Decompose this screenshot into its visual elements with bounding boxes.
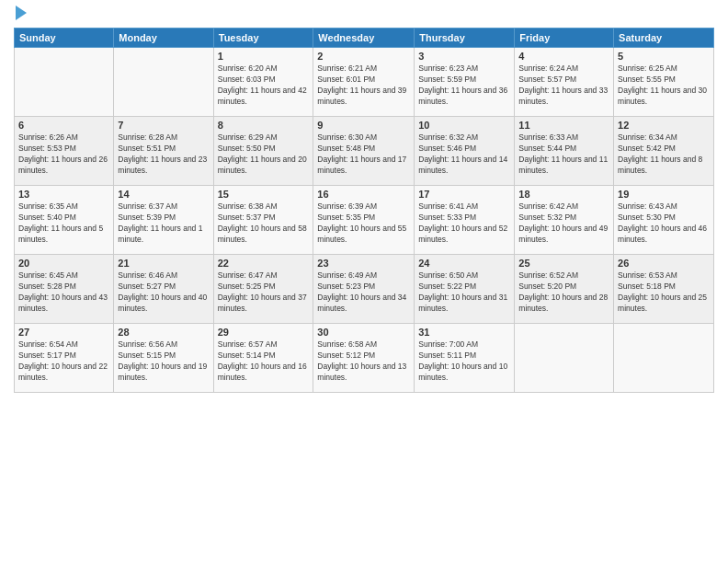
day-cell: 22Sunrise: 6:47 AMSunset: 5:25 PMDayligh…	[213, 255, 313, 324]
day-number: 14	[118, 189, 209, 200]
day-number: 22	[218, 258, 310, 269]
day-info: Sunrise: 6:56 AMSunset: 5:15 PMDaylight:…	[118, 339, 209, 384]
weekday-header-tuesday: Tuesday	[213, 29, 313, 48]
day-info: Sunrise: 6:33 AMSunset: 5:44 PMDaylight:…	[518, 132, 609, 177]
logo-arrow-icon	[16, 6, 27, 20]
day-info: Sunrise: 6:57 AMSunset: 5:14 PMDaylight:…	[218, 339, 310, 384]
day-number: 11	[518, 120, 609, 131]
weekday-header-row: SundayMondayTuesdayWednesdayThursdayFrid…	[15, 29, 714, 48]
day-number: 15	[218, 189, 310, 200]
day-number: 17	[418, 189, 510, 200]
weekday-header-friday: Friday	[515, 29, 614, 48]
day-number: 16	[317, 189, 410, 200]
day-info: Sunrise: 6:35 AMSunset: 5:40 PMDaylight:…	[18, 201, 109, 246]
day-info: Sunrise: 6:52 AMSunset: 5:20 PMDaylight:…	[518, 270, 609, 315]
day-cell: 6Sunrise: 6:26 AMSunset: 5:53 PMDaylight…	[15, 117, 114, 186]
day-info: Sunrise: 6:42 AMSunset: 5:32 PMDaylight:…	[518, 201, 609, 246]
day-cell	[114, 48, 213, 117]
day-info: Sunrise: 6:50 AMSunset: 5:22 PMDaylight:…	[418, 270, 510, 315]
day-cell	[515, 324, 614, 393]
day-info: Sunrise: 6:29 AMSunset: 5:50 PMDaylight:…	[218, 132, 310, 177]
day-info: Sunrise: 6:43 AMSunset: 5:30 PMDaylight:…	[618, 201, 710, 246]
day-number: 7	[118, 120, 209, 131]
day-number: 5	[618, 51, 710, 62]
calendar-container: SundayMondayTuesdayWednesdayThursdayFrid…	[0, 0, 728, 563]
day-cell: 27Sunrise: 6:54 AMSunset: 5:17 PMDayligh…	[15, 324, 114, 393]
day-info: Sunrise: 6:34 AMSunset: 5:42 PMDaylight:…	[618, 132, 710, 177]
day-number: 12	[618, 120, 710, 131]
week-row-1: 1Sunrise: 6:20 AMSunset: 6:03 PMDaylight…	[15, 48, 714, 117]
week-row-4: 20Sunrise: 6:45 AMSunset: 5:28 PMDayligh…	[15, 255, 714, 324]
week-row-3: 13Sunrise: 6:35 AMSunset: 5:40 PMDayligh…	[15, 186, 714, 255]
day-cell: 18Sunrise: 6:42 AMSunset: 5:32 PMDayligh…	[515, 186, 614, 255]
day-cell: 26Sunrise: 6:53 AMSunset: 5:18 PMDayligh…	[614, 255, 714, 324]
day-info: Sunrise: 6:25 AMSunset: 5:55 PMDaylight:…	[618, 63, 710, 108]
day-cell: 15Sunrise: 6:38 AMSunset: 5:37 PMDayligh…	[213, 186, 313, 255]
day-number: 4	[518, 51, 609, 62]
day-info: Sunrise: 6:54 AMSunset: 5:17 PMDaylight:…	[18, 339, 109, 384]
day-number: 30	[317, 327, 410, 338]
day-cell: 23Sunrise: 6:49 AMSunset: 5:23 PMDayligh…	[313, 255, 415, 324]
day-info: Sunrise: 6:38 AMSunset: 5:37 PMDaylight:…	[218, 201, 310, 246]
day-number: 31	[418, 327, 510, 338]
weekday-header-thursday: Thursday	[415, 29, 515, 48]
day-number: 26	[618, 258, 710, 269]
day-cell: 9Sunrise: 6:30 AMSunset: 5:48 PMDaylight…	[313, 117, 415, 186]
day-cell: 30Sunrise: 6:58 AMSunset: 5:12 PMDayligh…	[313, 324, 415, 393]
day-info: Sunrise: 6:46 AMSunset: 5:27 PMDaylight:…	[118, 270, 209, 315]
day-info: Sunrise: 6:58 AMSunset: 5:12 PMDaylight:…	[317, 339, 410, 384]
day-number: 2	[317, 51, 410, 62]
calendar-thead: SundayMondayTuesdayWednesdayThursdayFrid…	[15, 29, 714, 48]
weekday-header-sunday: Sunday	[15, 29, 114, 48]
day-info: Sunrise: 6:21 AMSunset: 6:01 PMDaylight:…	[317, 63, 410, 108]
day-number: 6	[18, 120, 109, 131]
day-info: Sunrise: 6:39 AMSunset: 5:35 PMDaylight:…	[317, 201, 410, 246]
day-number: 19	[618, 189, 710, 200]
day-cell: 3Sunrise: 6:23 AMSunset: 5:59 PMDaylight…	[415, 48, 515, 117]
day-cell: 7Sunrise: 6:28 AMSunset: 5:51 PMDaylight…	[114, 117, 213, 186]
day-cell: 5Sunrise: 6:25 AMSunset: 5:55 PMDaylight…	[614, 48, 714, 117]
day-cell: 29Sunrise: 6:57 AMSunset: 5:14 PMDayligh…	[213, 324, 313, 393]
day-cell: 16Sunrise: 6:39 AMSunset: 5:35 PMDayligh…	[313, 186, 415, 255]
day-info: Sunrise: 7:00 AMSunset: 5:11 PMDaylight:…	[418, 339, 510, 384]
day-number: 9	[317, 120, 410, 131]
day-cell: 20Sunrise: 6:45 AMSunset: 5:28 PMDayligh…	[15, 255, 114, 324]
day-cell: 10Sunrise: 6:32 AMSunset: 5:46 PMDayligh…	[415, 117, 515, 186]
day-cell: 8Sunrise: 6:29 AMSunset: 5:50 PMDaylight…	[213, 117, 313, 186]
day-cell: 2Sunrise: 6:21 AMSunset: 6:01 PMDaylight…	[313, 48, 415, 117]
calendar-table: SundayMondayTuesdayWednesdayThursdayFrid…	[14, 28, 714, 393]
day-number: 3	[418, 51, 510, 62]
day-number: 25	[518, 258, 609, 269]
day-number: 24	[418, 258, 510, 269]
day-info: Sunrise: 6:20 AMSunset: 6:03 PMDaylight:…	[218, 63, 310, 108]
day-info: Sunrise: 6:41 AMSunset: 5:33 PMDaylight:…	[418, 201, 510, 246]
day-number: 1	[218, 51, 310, 62]
day-cell: 17Sunrise: 6:41 AMSunset: 5:33 PMDayligh…	[415, 186, 515, 255]
day-number: 13	[18, 189, 109, 200]
day-info: Sunrise: 6:53 AMSunset: 5:18 PMDaylight:…	[618, 270, 710, 315]
day-number: 20	[18, 258, 109, 269]
week-row-2: 6Sunrise: 6:26 AMSunset: 5:53 PMDaylight…	[15, 117, 714, 186]
calendar-tbody: 1Sunrise: 6:20 AMSunset: 6:03 PMDaylight…	[15, 48, 714, 393]
calendar-header	[14, 9, 714, 20]
day-info: Sunrise: 6:37 AMSunset: 5:39 PMDaylight:…	[118, 201, 209, 246]
day-info: Sunrise: 6:32 AMSunset: 5:46 PMDaylight:…	[418, 132, 510, 177]
day-cell: 24Sunrise: 6:50 AMSunset: 5:22 PMDayligh…	[415, 255, 515, 324]
day-info: Sunrise: 6:45 AMSunset: 5:28 PMDaylight:…	[18, 270, 109, 315]
weekday-header-monday: Monday	[114, 29, 213, 48]
day-number: 23	[317, 258, 410, 269]
day-number: 10	[418, 120, 510, 131]
day-number: 27	[18, 327, 109, 338]
day-cell: 31Sunrise: 7:00 AMSunset: 5:11 PMDayligh…	[415, 324, 515, 393]
day-info: Sunrise: 6:30 AMSunset: 5:48 PMDaylight:…	[317, 132, 410, 177]
day-info: Sunrise: 6:26 AMSunset: 5:53 PMDaylight:…	[18, 132, 109, 177]
day-info: Sunrise: 6:28 AMSunset: 5:51 PMDaylight:…	[118, 132, 209, 177]
day-cell	[614, 324, 714, 393]
day-cell: 19Sunrise: 6:43 AMSunset: 5:30 PMDayligh…	[614, 186, 714, 255]
weekday-header-saturday: Saturday	[614, 29, 714, 48]
day-cell: 12Sunrise: 6:34 AMSunset: 5:42 PMDayligh…	[614, 117, 714, 186]
day-cell: 28Sunrise: 6:56 AMSunset: 5:15 PMDayligh…	[114, 324, 213, 393]
week-row-5: 27Sunrise: 6:54 AMSunset: 5:17 PMDayligh…	[15, 324, 714, 393]
day-number: 21	[118, 258, 209, 269]
day-info: Sunrise: 6:49 AMSunset: 5:23 PMDaylight:…	[317, 270, 410, 315]
